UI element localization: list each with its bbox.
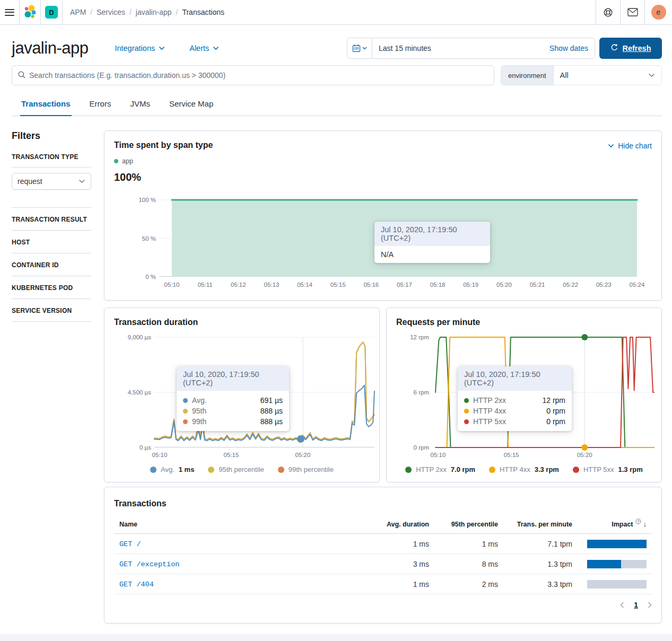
transaction-link[interactable]: GET /404 bbox=[119, 581, 154, 589]
hide-chart-link[interactable]: Hide chart bbox=[608, 142, 652, 150]
transactions-table-card: Transactions Name Avg. duration 95th per… bbox=[104, 487, 662, 624]
series-dot-icon bbox=[464, 409, 469, 414]
transaction-duration-card: Transaction duration 9,000 µs4,500 µs0 µ… bbox=[104, 308, 380, 482]
x-tick-label: 05:18 bbox=[430, 282, 446, 288]
facet-service-version[interactable]: SERVICE VERSION bbox=[12, 299, 91, 322]
column-header-name[interactable]: Name bbox=[114, 516, 371, 534]
calendar-icon[interactable] bbox=[347, 38, 372, 58]
chevron-down-icon bbox=[608, 144, 614, 148]
top-nav: D APM/Services/javalin-app/Transactions … bbox=[0, 0, 672, 25]
legend-item[interactable]: HTTP 2xx7.0 rpm bbox=[405, 466, 475, 473]
avatar[interactable]: e bbox=[651, 5, 666, 20]
show-dates-link[interactable]: Show dates bbox=[549, 44, 588, 52]
legend-item[interactable]: app bbox=[114, 157, 133, 165]
breadcrumb-separator: / bbox=[129, 8, 132, 16]
table-cell: 1.3 tpm bbox=[503, 554, 578, 574]
space-badge[interactable]: D bbox=[45, 6, 58, 19]
facet-transaction-result[interactable]: TRANSACTION RESULT bbox=[12, 208, 91, 231]
chevron-down-icon bbox=[159, 46, 165, 50]
search-input[interactable] bbox=[29, 71, 488, 80]
time-range-button[interactable]: Last 15 minutes Show dates bbox=[372, 38, 595, 58]
table-cell: 2 ms bbox=[434, 574, 503, 594]
hamburger-menu-icon[interactable] bbox=[5, 9, 14, 16]
x-tick-label: 05:13 bbox=[264, 282, 280, 288]
facet-container-id[interactable]: CONTAINER ID bbox=[12, 253, 91, 276]
newsfeed-mail-icon[interactable] bbox=[620, 0, 644, 24]
elastic-logo[interactable] bbox=[23, 4, 38, 21]
legend-item[interactable]: HTTP 4xx3.3 rpm bbox=[489, 466, 559, 473]
next-page-icon[interactable] bbox=[648, 602, 652, 608]
table-cell: 3 ms bbox=[371, 554, 434, 574]
breadcrumb-item[interactable]: Services bbox=[97, 8, 125, 16]
span-chart-title: Time spent by span type bbox=[114, 141, 213, 150]
tab-bar: TransactionsErrorsJVMsService Map bbox=[12, 96, 662, 116]
impact-cell bbox=[578, 534, 652, 554]
rpm-chart-title: Requests per minute bbox=[396, 318, 480, 327]
page-title: javalin-app bbox=[12, 39, 88, 58]
tab-transactions[interactable]: Transactions bbox=[20, 96, 72, 116]
table-cell: 1 ms bbox=[434, 534, 503, 554]
legend-item[interactable]: 99th percentile bbox=[278, 466, 334, 473]
series-dot-icon bbox=[183, 409, 188, 414]
table-row: GET /exception3 ms8 ms1.3 tpm bbox=[114, 554, 652, 574]
transaction-link[interactable]: GET /exception bbox=[119, 560, 179, 568]
impact-bar bbox=[587, 540, 647, 548]
transaction-type-label: TRANSACTION TYPE bbox=[12, 153, 91, 161]
page-number[interactable]: 1 bbox=[634, 601, 638, 609]
legend-item[interactable]: Avg.1 ms bbox=[150, 466, 194, 473]
tooltip-row: Avg.691 µs bbox=[183, 395, 283, 406]
breadcrumb-item[interactable]: javalin-app bbox=[136, 8, 172, 16]
facet-host[interactable]: HOST bbox=[12, 231, 91, 253]
breadcrumb-separator: / bbox=[176, 8, 178, 16]
transaction-type-select[interactable]: request bbox=[12, 173, 91, 190]
x-tick-label: 05:23 bbox=[596, 282, 612, 288]
refresh-button[interactable]: Refresh bbox=[599, 38, 662, 59]
column-header-95th[interactable]: 95th percentile bbox=[434, 516, 503, 534]
facet-kubernetes-pod[interactable]: KUBERNETES POD bbox=[12, 276, 91, 299]
impact-cell bbox=[578, 554, 652, 574]
duration-chart-title: Transaction duration bbox=[114, 318, 198, 327]
breadcrumb-item[interactable]: APM bbox=[70, 8, 86, 16]
help-icon[interactable] bbox=[596, 0, 620, 24]
tab-jvms[interactable]: JVMs bbox=[129, 96, 151, 116]
impact-cell bbox=[578, 574, 652, 594]
legend-dot-icon bbox=[278, 467, 284, 473]
column-header-avg-duration[interactable]: Avg. duration bbox=[371, 516, 434, 534]
x-tick-label: 05:10 bbox=[164, 282, 180, 288]
transaction-link[interactable]: GET / bbox=[119, 540, 141, 548]
filters-sidebar: Filters TRANSACTION TYPE request TRANSAC… bbox=[12, 130, 91, 624]
x-tick-label: 05:15 bbox=[504, 452, 519, 458]
legend-item[interactable]: HTTP 5xx1.3 rpm bbox=[573, 466, 643, 473]
span-type-card: Time spent by span type Hide chart app 1… bbox=[104, 130, 662, 301]
tab-service-map[interactable]: Service Map bbox=[168, 96, 214, 116]
x-tick-label: 05:20 bbox=[496, 282, 512, 288]
column-header-impact[interactable]: Impact ? ↓ bbox=[578, 516, 652, 534]
y-tick-label: 50 % bbox=[142, 235, 156, 242]
environment-select[interactable]: environment All bbox=[501, 65, 662, 85]
x-tick-label: 05:21 bbox=[530, 282, 545, 288]
chart-tooltip: Jul 10, 2020, 17:19:50 (UTC+2) HTTP 2xx1… bbox=[458, 366, 572, 431]
breadcrumb-separator: / bbox=[90, 8, 92, 16]
table-cell: 7.1 tpm bbox=[503, 534, 578, 554]
table-cell: 3.3 tpm bbox=[503, 574, 578, 594]
table-body: GET /1 ms1 ms7.1 tpmGET /exception3 ms8 … bbox=[114, 534, 652, 594]
legend-dot-icon bbox=[150, 467, 156, 473]
prev-page-icon[interactable] bbox=[620, 602, 624, 608]
tab-errors[interactable]: Errors bbox=[89, 96, 112, 116]
search-icon bbox=[18, 71, 26, 81]
chevron-down-icon bbox=[78, 179, 85, 183]
user-menu[interactable]: e bbox=[644, 0, 672, 24]
integrations-dropdown[interactable]: Integrations bbox=[115, 44, 165, 52]
y-tick-label: 0 rpm bbox=[414, 444, 429, 451]
y-tick-label: 9,000 µs bbox=[128, 334, 151, 340]
series-dot-icon bbox=[183, 419, 188, 424]
x-tick-label: 05:10 bbox=[431, 452, 446, 458]
column-header-tpm[interactable]: Trans. per minute bbox=[503, 516, 578, 534]
table-row: GET /4041 ms2 ms3.3 tpm bbox=[114, 574, 652, 594]
menu-section bbox=[0, 0, 20, 24]
x-axis-labels: 05:1005:1505:20 bbox=[154, 452, 374, 460]
alerts-dropdown[interactable]: Alerts bbox=[189, 44, 219, 52]
legend-item[interactable]: 95th percentile bbox=[208, 466, 264, 473]
search-box bbox=[12, 65, 494, 85]
chart-tooltip: Jul 10, 2020, 17:19:50 (UTC+2) Avg.691 µ… bbox=[177, 366, 289, 431]
